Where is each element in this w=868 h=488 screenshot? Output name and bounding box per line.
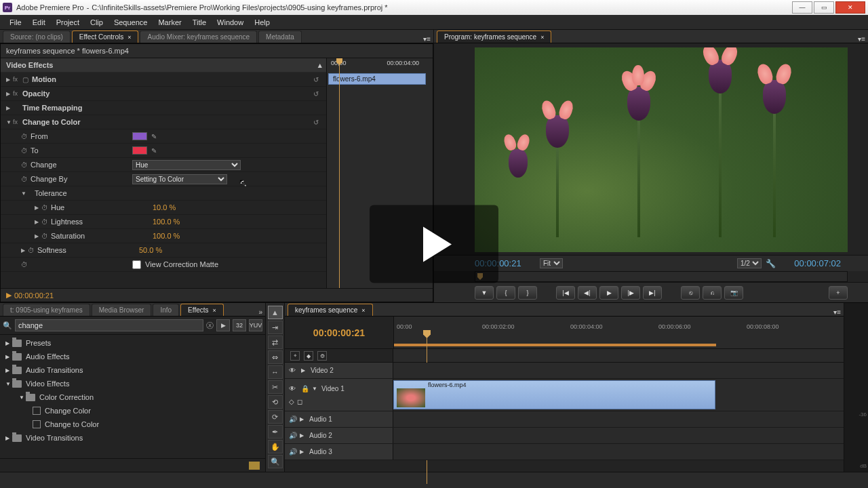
- tab-info[interactable]: Info: [153, 304, 179, 316]
- ec-playhead[interactable]: [339, 58, 340, 288]
- reset-icon[interactable]: ↺: [311, 117, 321, 127]
- menu-help[interactable]: Help: [249, 18, 275, 26]
- yuv-icon[interactable]: YUV: [249, 319, 262, 331]
- step-back-button[interactable]: ◀|: [578, 286, 597, 300]
- effect-time-remapping[interactable]: ▶ Time Remapping: [1, 101, 326, 115]
- wrench-icon[interactable]: 🔧: [766, 259, 776, 268]
- menu-marker[interactable]: Marker: [153, 18, 186, 26]
- stopwatch-icon[interactable]: ⏱: [41, 232, 51, 240]
- new-bin-icon[interactable]: [249, 462, 260, 470]
- slide-tool[interactable]: ⟳: [268, 410, 283, 424]
- lightness-value[interactable]: 100.0 %: [153, 218, 180, 226]
- tree-color-correction[interactable]: ▼Color Correction: [0, 390, 265, 404]
- saturation-value[interactable]: 100.0 %: [153, 232, 180, 240]
- stopwatch-icon[interactable]: ⏱: [21, 161, 31, 169]
- tab-audio-mixer[interactable]: Audio Mixer: keyframes sequence: [140, 30, 257, 43]
- tab-effects[interactable]: Effects×: [180, 304, 224, 316]
- rolling-edit-tool[interactable]: ⇔: [268, 350, 283, 364]
- lock-icon[interactable]: 🔒: [301, 385, 309, 392]
- tree-change-color[interactable]: Change Color: [0, 404, 265, 418]
- minimize-button[interactable]: —: [792, 1, 812, 14]
- triangle-icon[interactable]: ▶: [6, 291, 12, 300]
- clip-flowers[interactable]: flowers-6.mp4: [393, 380, 715, 409]
- effect-opacity[interactable]: ▶fx Opacity ↺: [1, 87, 326, 101]
- panel-menu-icon[interactable]: ▾≡: [858, 35, 865, 43]
- marker-icon[interactable]: ◆: [304, 351, 313, 361]
- go-to-in-button[interactable]: |◀: [556, 286, 575, 300]
- track-opt-icon[interactable]: ◻: [297, 398, 302, 405]
- softness-value[interactable]: 50.0 %: [139, 246, 162, 254]
- chevron-right-icon[interactable]: »: [258, 308, 262, 316]
- eyedropper-icon[interactable]: ✎: [151, 147, 157, 155]
- tree-video-effects[interactable]: ▼Video Effects: [0, 377, 265, 390]
- tree-audio-effects[interactable]: ▶Audio Effects: [0, 350, 265, 363]
- stopwatch-icon[interactable]: ⏱: [21, 261, 31, 268]
- go-to-out-button[interactable]: ▶|: [643, 286, 662, 300]
- view-matte-checkbox[interactable]: [132, 260, 141, 269]
- resolution-select[interactable]: 1/2: [737, 258, 762, 268]
- reset-icon[interactable]: ↺: [311, 89, 321, 98]
- prop-tolerance[interactable]: ▼ Tolerance: [1, 186, 326, 201]
- settings-icon[interactable]: ⚙: [317, 351, 327, 361]
- tab-sequence[interactable]: keyframes sequence×: [288, 304, 373, 316]
- change-select[interactable]: Hue: [132, 160, 241, 170]
- slip-tool[interactable]: ⟲: [268, 395, 283, 409]
- mark-out-button[interactable]: {: [496, 286, 515, 300]
- razor-tool[interactable]: ✂: [268, 380, 283, 394]
- play-button[interactable]: ▶: [599, 286, 618, 300]
- stopwatch-icon[interactable]: ⏱: [28, 247, 37, 254]
- program-monitor[interactable]: [475, 47, 848, 252]
- menu-title[interactable]: Title: [187, 18, 212, 26]
- fit-select[interactable]: Fit: [540, 258, 563, 268]
- speaker-icon[interactable]: 🔊: [289, 415, 297, 423]
- fx-badge-icon[interactable]: ▶: [216, 319, 230, 331]
- snap-icon[interactable]: ⌖: [290, 351, 300, 361]
- keyframe-icon[interactable]: ◇: [289, 398, 294, 405]
- extract-button[interactable]: ⎌: [703, 286, 722, 300]
- hand-tool[interactable]: ✋: [268, 440, 283, 453]
- panel-menu-icon[interactable]: ▾≡: [423, 35, 431, 43]
- ripple-edit-tool[interactable]: ⇄: [268, 336, 283, 349]
- tab-metadata[interactable]: Metadata: [258, 30, 302, 43]
- maximize-button[interactable]: ▭: [814, 1, 834, 14]
- stopwatch-icon[interactable]: ⏱: [21, 133, 31, 140]
- menu-file[interactable]: File: [4, 18, 27, 26]
- menu-project[interactable]: Project: [51, 18, 85, 26]
- track-select-tool[interactable]: ⇥: [268, 321, 283, 334]
- speaker-icon[interactable]: 🔊: [289, 448, 297, 455]
- from-color-swatch[interactable]: [132, 132, 147, 140]
- eyedropper-icon[interactable]: ✎: [151, 133, 157, 140]
- video-play-overlay[interactable]: [370, 205, 498, 283]
- effects-search-input[interactable]: [15, 319, 203, 331]
- collapse-icon[interactable]: ▴: [318, 61, 322, 70]
- eye-icon[interactable]: 👁: [289, 385, 298, 392]
- eye-icon[interactable]: 👁: [289, 367, 298, 374]
- tab-source[interactable]: Source: (no clips): [3, 30, 71, 43]
- close-button[interactable]: ✕: [835, 1, 865, 14]
- tree-change-to-color[interactable]: Change to Color: [0, 418, 265, 431]
- tree-video-transitions[interactable]: ▶Video Transitions: [0, 431, 265, 445]
- tab-media-browser[interactable]: Media Browser: [92, 304, 152, 316]
- tree-audio-transitions[interactable]: ▶Audio Transitions: [0, 363, 265, 377]
- effect-motion[interactable]: ▶fx▢ Motion ↺: [1, 73, 326, 87]
- export-frame-button[interactable]: 📷: [724, 286, 743, 300]
- tab-program[interactable]: Program: keyframes sequence×: [437, 30, 551, 43]
- speaker-icon[interactable]: 🔊: [289, 432, 297, 439]
- reset-icon[interactable]: ↺: [311, 75, 321, 84]
- zoom-tool[interactable]: 🔍: [268, 455, 283, 468]
- stopwatch-icon[interactable]: ⏱: [21, 176, 31, 183]
- add-button[interactable]: +: [829, 286, 848, 300]
- clear-search-icon[interactable]: ⓧ: [206, 321, 214, 331]
- to-color-swatch[interactable]: [132, 146, 147, 155]
- ec-timecode[interactable]: 00:00:00:21: [14, 291, 54, 300]
- menu-window[interactable]: Window: [212, 18, 249, 26]
- menu-clip[interactable]: Clip: [85, 18, 108, 26]
- timeline-ruler[interactable]: 00:00 00:00:02:00 00:00:04:00 00:00:06:0…: [393, 317, 844, 348]
- change-by-select[interactable]: Setting To Color: [132, 174, 227, 184]
- tree-presets[interactable]: ▶Presets: [0, 336, 265, 350]
- mark-clip-button[interactable]: }: [518, 286, 537, 300]
- stopwatch-icon[interactable]: ⏱: [41, 204, 51, 211]
- panel-menu-icon[interactable]: ▾≡: [833, 308, 841, 316]
- step-fwd-button[interactable]: |▶: [621, 286, 640, 300]
- timeline-timecode[interactable]: 00:00:00:21: [285, 317, 393, 348]
